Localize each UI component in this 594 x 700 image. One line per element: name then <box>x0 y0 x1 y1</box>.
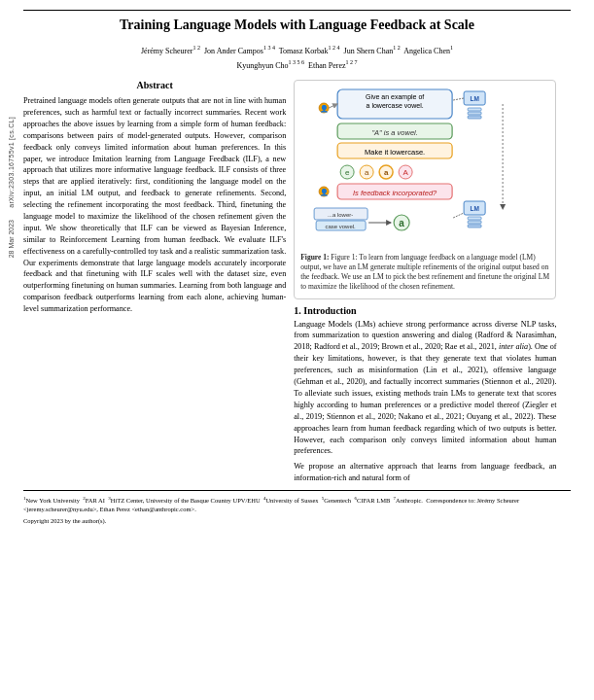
arxiv-sidebar: arXiv:2303.16755v1 [cs.CL] 28 Mar 2023 <box>0 117 21 622</box>
svg-text:...a lower-: ...a lower- <box>328 212 353 218</box>
right-column: Give an example of a lowercase vowel. LM… <box>294 80 556 484</box>
copyright: Copyright 2023 by the author(s). <box>23 517 571 524</box>
figure-container: Give an example of a lowercase vowel. LM… <box>294 80 556 299</box>
footnotes-section: 1New York University 2FAR AI 3HiTZ Cente… <box>23 490 571 524</box>
figure-caption: Figure 1: Figure 1: To learn from langua… <box>300 253 549 293</box>
svg-text:a: a <box>384 168 389 177</box>
two-col-layout: Abstract Pretrained language models ofte… <box>23 80 571 484</box>
top-border <box>23 10 571 11</box>
figure-caption-text: Figure 1: To learn from language feedbac… <box>300 253 549 291</box>
intro-text-2: We propose an alternative approach that … <box>294 461 556 484</box>
left-column: Abstract Pretrained language models ofte… <box>23 80 286 484</box>
svg-rect-8 <box>468 116 481 119</box>
svg-rect-6 <box>468 108 481 111</box>
paper-title: Training Language Models with Language F… <box>23 17 571 34</box>
intro-title: 1. Introduction <box>294 305 556 316</box>
figure-caption-label: Figure 1: <box>300 253 329 262</box>
svg-text:e: e <box>345 168 350 177</box>
svg-text:👤: 👤 <box>320 104 329 113</box>
page: Training Language Models with Language F… <box>0 0 594 524</box>
abstract-text: Pretrained language models often generat… <box>23 95 286 315</box>
figure-diagram: Give an example of a lowercase vowel. LM… <box>300 87 549 247</box>
svg-rect-37 <box>468 217 481 220</box>
svg-rect-39 <box>468 225 481 228</box>
svg-rect-38 <box>468 221 481 224</box>
svg-text:a: a <box>365 168 369 177</box>
svg-text:Give an example of: Give an example of <box>366 93 424 101</box>
arxiv-label: arXiv:2303.16755v1 [cs.CL] <box>8 117 15 208</box>
svg-text:a: a <box>400 218 405 228</box>
svg-text:A: A <box>403 168 409 177</box>
svg-text:"A" is a vowel.: "A" is a vowel. <box>372 128 418 137</box>
svg-text:Make it lowercase.: Make it lowercase. <box>365 148 425 157</box>
svg-rect-7 <box>468 112 481 115</box>
authors: Jérémy Scheurer1 2 Jon Ander Campos1 3 4… <box>23 44 571 72</box>
svg-text:a lowercase vowel.: a lowercase vowel. <box>367 102 424 109</box>
intro-text-1: Language Models (LMs) achieve strong per… <box>294 319 556 458</box>
arxiv-date: 28 Mar 2023 <box>8 220 15 258</box>
footnote-1: 1New York University 2FAR AI 3HiTZ Cente… <box>23 495 571 513</box>
svg-text:case vowel.: case vowel. <box>326 224 357 229</box>
svg-text:Is feedback incorporated?: Is feedback incorporated? <box>353 189 437 197</box>
svg-text:LM: LM <box>471 205 479 212</box>
svg-text:LM: LM <box>471 95 479 102</box>
svg-text:👤: 👤 <box>320 188 329 196</box>
footnote-divider <box>23 490 571 491</box>
abstract-title: Abstract <box>23 80 286 90</box>
